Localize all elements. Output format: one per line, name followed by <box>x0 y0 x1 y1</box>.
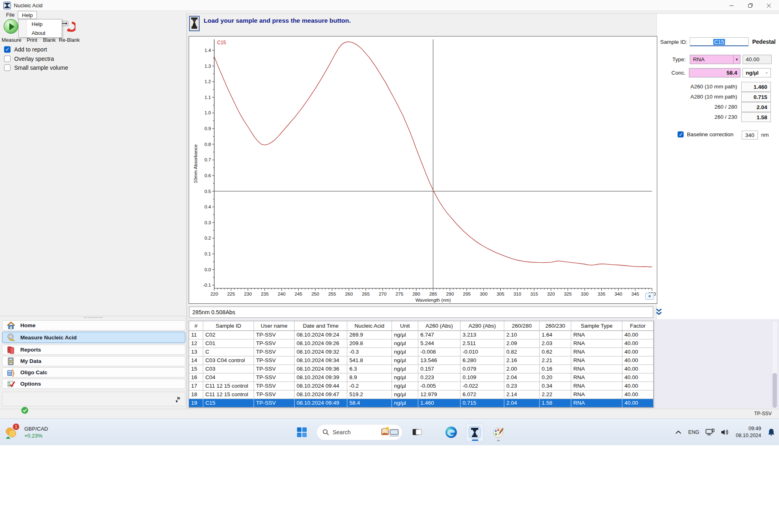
table-cell[interactable]: 2.511 <box>461 339 504 348</box>
sidebar-item-reports[interactable]: Reports <box>2 345 185 355</box>
table-cell[interactable]: ng/µl <box>392 365 418 373</box>
table-cell[interactable]: 40.00 <box>622 390 654 399</box>
concentration-field[interactable]: 58.4 <box>689 68 740 77</box>
sidebar-item-options[interactable]: Options <box>2 379 185 389</box>
factor-field[interactable]: 40.00 <box>742 55 772 64</box>
table-cell[interactable]: 0.82 <box>504 348 540 356</box>
table-cell[interactable]: ng/µl <box>392 373 418 382</box>
toolbar-print-label[interactable]: Print <box>27 37 37 43</box>
table-cell[interactable]: -0.010 <box>461 348 504 356</box>
table-cell[interactable]: C11 12 15 control <box>203 382 254 390</box>
table-cell[interactable]: 0.157 <box>418 365 461 373</box>
column-header[interactable]: Sample ID <box>203 321 254 331</box>
toolbar-reblank-label[interactable]: Re-Blank <box>59 37 80 43</box>
table-cell[interactable]: 12 <box>189 339 203 348</box>
table-cell[interactable]: 40.00 <box>622 356 654 365</box>
table-cell[interactable]: 2.22 <box>540 390 571 399</box>
table-cell[interactable]: 40.00 <box>622 365 654 373</box>
table-cell[interactable]: 6.747 <box>418 331 461 339</box>
table-row[interactable]: 17C11 12 15 controlTP-SSV08.10.2024 09:4… <box>189 382 654 390</box>
table-header-row[interactable]: #Sample IDUser nameDate and TimeNucleic … <box>189 321 654 331</box>
menu-file[interactable]: File <box>2 11 18 19</box>
table-cell[interactable]: ng/µl <box>392 339 418 348</box>
table-cell[interactable]: 1.460 <box>418 399 461 408</box>
notifications-bell-icon[interactable] <box>768 428 775 436</box>
start-button[interactable] <box>293 423 311 442</box>
column-header[interactable]: Sample Type <box>571 321 622 331</box>
table-cell[interactable]: TP-SSV <box>254 373 295 382</box>
table-cell[interactable]: 08.10.2024 09:26 <box>295 339 347 348</box>
table-cell[interactable]: RNA <box>571 348 622 356</box>
table-cell[interactable]: RNA <box>571 382 622 390</box>
results-table[interactable]: #Sample IDUser nameDate and TimeNucleic … <box>189 321 654 408</box>
table-cell[interactable]: ng/µl <box>392 382 418 390</box>
table-cell[interactable]: 11 <box>189 331 203 339</box>
add-to-report-option[interactable]: Add to report <box>4 46 47 53</box>
sidebar-item-measure-nucleic-acid[interactable]: Measure Nucleic Acid <box>2 332 185 343</box>
table-cell[interactable]: 0.715 <box>461 399 504 408</box>
table-row[interactable]: 18C11 12 15 controlTP-SSV08.10.2024 09:4… <box>189 390 654 399</box>
table-cell[interactable]: TP-SSV <box>254 365 295 373</box>
toolbar-blank-label[interactable]: Blank <box>43 37 56 43</box>
table-cell[interactable]: 209.8 <box>347 339 392 348</box>
column-header[interactable]: 260/280 <box>504 321 540 331</box>
table-cell[interactable]: 08.10.2024 09:44 <box>295 382 347 390</box>
spectrum-chart[interactable]: 2202252302352402452502552602652702752802… <box>189 36 657 304</box>
table-cell[interactable]: 58.4 <box>347 399 392 408</box>
baseline-correction-option[interactable]: Baseline correction <box>678 131 734 137</box>
table-cell[interactable]: 13 <box>189 348 203 356</box>
table-cell[interactable]: 2.00 <box>504 365 540 373</box>
table-cell[interactable]: 269.9 <box>347 331 392 339</box>
table-cell[interactable]: 6.280 <box>461 356 504 365</box>
table-cell[interactable]: TP-SSV <box>254 356 295 365</box>
table-cell[interactable]: 0.20 <box>540 373 571 382</box>
unit-select[interactable]: ng/µl ⌄ <box>742 68 771 77</box>
table-cell[interactable]: 40.00 <box>622 339 654 348</box>
sidebar-item-home[interactable]: Home <box>2 320 185 330</box>
table-cell[interactable]: 8.9 <box>347 373 392 382</box>
table-cell[interactable]: 6.3 <box>347 365 392 373</box>
table-cell[interactable]: RNA <box>571 390 622 399</box>
table-row[interactable]: 15C03TP-SSV08.10.2024 09:366.3ng/µl0.157… <box>189 365 654 373</box>
chart-collapse-button[interactable]: « <box>645 293 654 300</box>
minimize-button[interactable] <box>722 0 741 11</box>
small-sample-volume-checkbox[interactable] <box>4 64 11 71</box>
table-row[interactable]: 12C01TP-SSV08.10.2024 09:26209.8ng/µl5.2… <box>189 339 654 348</box>
table-cell[interactable]: TP-SSV <box>254 339 295 348</box>
column-header[interactable]: A280 (Abs) <box>461 321 504 331</box>
search-highlight-image[interactable] <box>381 426 400 438</box>
baseline-correction-checkbox[interactable] <box>678 131 684 137</box>
table-cell[interactable]: 1.64 <box>540 331 571 339</box>
table-cell[interactable]: 3.213 <box>461 331 504 339</box>
network-icon[interactable] <box>706 429 714 436</box>
table-cell[interactable]: -0.022 <box>461 382 504 390</box>
table-cell[interactable]: -0.008 <box>418 348 461 356</box>
table-cell[interactable]: 2.14 <box>504 390 540 399</box>
search-box[interactable]: Search <box>316 424 402 440</box>
table-cell[interactable]: RNA <box>571 373 622 382</box>
column-header[interactable]: Date and Time <box>295 321 347 331</box>
overlay-spectra-option[interactable]: Overlay spectra <box>4 55 54 62</box>
column-header[interactable]: 260/230 <box>540 321 571 331</box>
table-cell[interactable]: 16 <box>189 373 203 382</box>
table-cell[interactable]: 40.00 <box>622 382 654 390</box>
table-cell[interactable]: C03 <box>203 365 254 373</box>
sidebar-item-oligo-calc[interactable]: Oligo Calc <box>2 367 185 378</box>
menu-item-about[interactable]: About <box>28 29 62 37</box>
sidebar-splitter[interactable]: •••••••••• <box>0 316 187 319</box>
table-cell[interactable]: C03 C04 control <box>203 356 254 365</box>
table-cell[interactable]: RNA <box>571 399 622 408</box>
table-cell[interactable]: 0.16 <box>540 365 571 373</box>
overlay-spectra-checkbox[interactable] <box>4 56 11 62</box>
table-cell[interactable]: 2.21 <box>540 356 571 365</box>
table-cell[interactable]: 18 <box>189 390 203 399</box>
table-cell[interactable]: 0.23 <box>504 382 540 390</box>
scrollbar-thumb[interactable] <box>773 373 777 408</box>
type-dropdown-arrow-icon[interactable]: ▼ <box>733 55 740 64</box>
table-cell[interactable]: 2.04 <box>504 373 540 382</box>
nucleic-acid-app-button[interactable] <box>466 423 484 442</box>
table-cell[interactable]: TP-SSV <box>254 331 295 339</box>
widgets-button[interactable]: 1 GBP/CAD +0.23% <box>4 422 93 442</box>
column-header[interactable]: Factor <box>622 321 654 331</box>
menu-help[interactable]: Help <box>18 11 37 19</box>
